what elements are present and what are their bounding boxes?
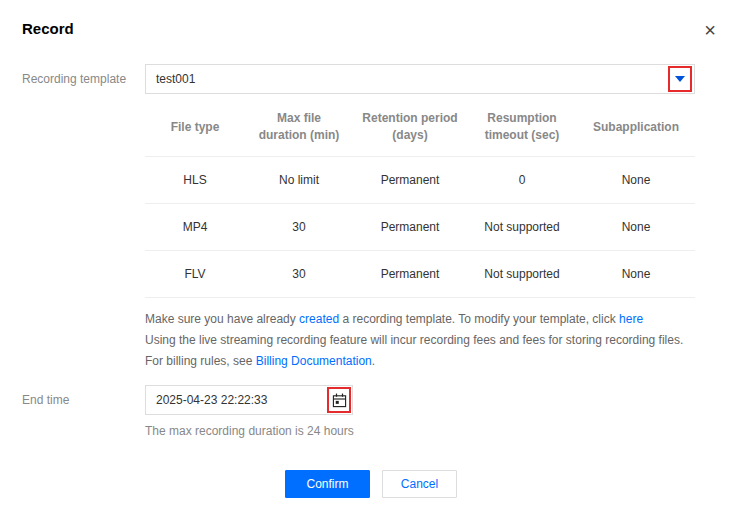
calendar-icon[interactable] [332,393,347,408]
created-link[interactable]: created [299,312,339,326]
cell-subapplication: None [577,157,695,204]
confirm-button[interactable]: Confirm [285,470,370,498]
table-row: FLV 30 Permanent Not supported None [145,251,695,298]
cell-resumption: Not supported [467,251,577,298]
cell-resumption: 0 [467,157,577,204]
modal-title: Record [22,20,720,37]
col-header-max-file-duration: Max file duration (min) [245,100,353,157]
recording-template-row: Recording template test001 [22,64,720,94]
end-time-value: 2025-04-23 22:22:33 [156,393,327,407]
cell-file-type: MP4 [145,204,245,251]
close-icon[interactable]: × [704,22,716,38]
cell-retention: Permanent [353,251,467,298]
cell-max-duration: 30 [245,251,353,298]
note-line-2: Using the live streaming recording featu… [145,330,720,351]
note-line-3: For billing rules, see Billing Documenta… [145,351,720,372]
col-header-file-type: File type [145,100,245,157]
cell-retention: Permanent [353,204,467,251]
calendar-icon-annotation [327,387,351,413]
cell-max-duration: No limit [245,157,353,204]
cell-max-duration: 30 [245,204,353,251]
here-link[interactable]: here [619,312,643,326]
note-text: a recording template. To modify your tem… [339,312,619,326]
recording-template-label: Recording template [22,64,145,86]
modal-footer: Confirm Cancel [22,470,720,498]
end-time-hint: The max recording duration is 24 hours [145,424,720,438]
col-header-resumption-timeout: Resumption timeout (sec) [467,100,577,157]
end-time-label: End time [22,385,145,407]
note-text: Make sure you have already [145,312,299,326]
cell-retention: Permanent [353,157,467,204]
cell-subapplication: None [577,204,695,251]
note-line-1: Make sure you have already created a rec… [145,309,720,330]
col-header-retention-period: Retention period (days) [353,100,467,157]
cell-subapplication: None [577,251,695,298]
recording-template-select[interactable]: test001 [145,64,695,94]
end-time-row: End time 2025-04-23 22:22:33 [22,385,720,415]
col-header-subapplication: Subapplication [577,100,695,157]
cancel-button[interactable]: Cancel [382,470,457,498]
note-text: For billing rules, see [145,354,256,368]
record-modal: Record × Recording template test001 File… [0,0,742,509]
dropdown-arrow-annotation [668,66,692,92]
template-details-table-wrap: File type Max file duration (min) Retent… [145,100,720,298]
chevron-down-icon[interactable] [675,76,685,82]
end-time-input[interactable]: 2025-04-23 22:22:33 [145,385,353,415]
notes-block: Make sure you have already created a rec… [145,309,720,372]
template-details-table: File type Max file duration (min) Retent… [145,100,695,298]
table-row: HLS No limit Permanent 0 None [145,157,695,204]
cell-file-type: FLV [145,251,245,298]
table-row: MP4 30 Permanent Not supported None [145,204,695,251]
table-header-row: File type Max file duration (min) Retent… [145,100,695,157]
note-text: . [372,354,375,368]
selected-template-value: test001 [156,72,195,86]
cell-resumption: Not supported [467,204,577,251]
cell-file-type: HLS [145,157,245,204]
billing-documentation-link[interactable]: Billing Documentation [256,354,372,368]
